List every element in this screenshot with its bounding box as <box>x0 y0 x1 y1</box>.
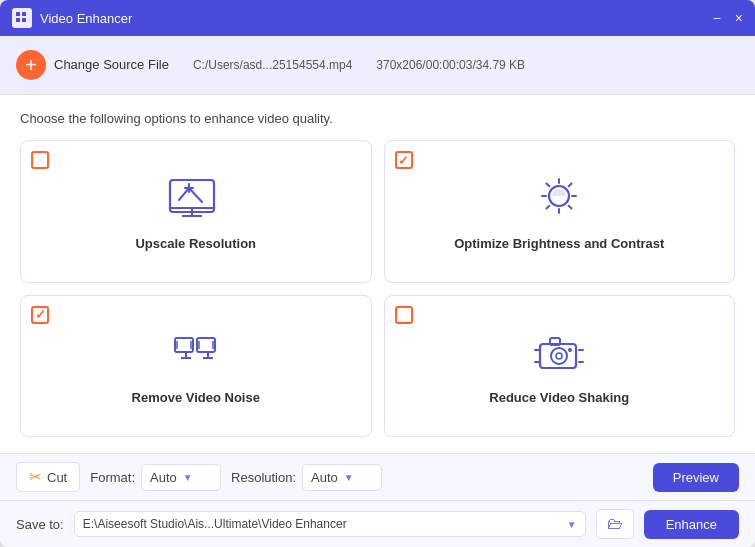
checkbox-shaking[interactable] <box>395 306 415 326</box>
options-grid: Upscale Resolution ✓ <box>20 140 735 437</box>
enhance-button[interactable]: Enhance <box>644 510 739 539</box>
format-dropdown[interactable]: Auto ▼ <box>141 464 221 491</box>
svg-line-18 <box>569 205 572 208</box>
save-path-dropdown[interactable]: E:\Aiseesoft Studio\Ais...Ultimate\Video… <box>74 511 586 537</box>
close-button[interactable]: × <box>735 11 743 25</box>
noise-label: Remove Video Noise <box>132 390 260 405</box>
option-noise[interactable]: ✓ <box>20 295 372 438</box>
svg-line-20 <box>547 205 550 208</box>
upscale-label: Upscale Resolution <box>135 236 256 251</box>
format-label: Format: <box>90 470 135 485</box>
cut-label: Cut <box>47 470 67 485</box>
checkbox-noise[interactable]: ✓ <box>31 306 51 326</box>
format-group: Format: Auto ▼ <box>90 464 221 491</box>
resolution-value: Auto <box>311 470 338 485</box>
svg-point-33 <box>551 348 567 364</box>
option-upscale[interactable]: Upscale Resolution <box>20 140 372 283</box>
noise-icon <box>167 328 225 380</box>
preview-button[interactable]: Preview <box>653 463 739 492</box>
checkbox-checked-brightness: ✓ <box>395 151 413 169</box>
shaking-icon <box>530 328 588 380</box>
titlebar-controls: − × <box>713 11 743 25</box>
svg-rect-2 <box>16 18 20 22</box>
open-folder-button[interactable]: 🗁 <box>596 509 634 539</box>
checkbox-checked-noise: ✓ <box>31 306 49 324</box>
svg-line-19 <box>569 183 572 186</box>
svg-rect-3 <box>22 18 26 22</box>
scissors-icon: ✂ <box>29 468 42 486</box>
option-brightness[interactable]: ✓ Optimize Br <box>384 140 736 283</box>
minimize-button[interactable]: − <box>713 11 721 25</box>
svg-rect-0 <box>16 12 20 16</box>
checkbox-unchecked-upscale <box>31 151 49 169</box>
titlebar-left: Video Enhancer <box>12 8 132 28</box>
main-content: Choose the following options to enhance … <box>0 95 755 453</box>
brightness-label: Optimize Brightness and Contrast <box>454 236 664 251</box>
resolution-group: Resolution: Auto ▼ <box>231 464 382 491</box>
format-dropdown-arrow: ▼ <box>183 472 193 483</box>
change-source-button[interactable]: + Change Source File <box>16 46 169 84</box>
app-title: Video Enhancer <box>40 11 132 26</box>
titlebar: Video Enhancer − × <box>0 0 755 36</box>
svg-line-17 <box>547 183 550 186</box>
upscale-icon <box>167 174 225 226</box>
checkbox-brightness[interactable]: ✓ <box>395 151 415 171</box>
checkbox-upscale[interactable] <box>31 151 51 171</box>
resolution-dropdown[interactable]: Auto ▼ <box>302 464 382 491</box>
plus-icon: + <box>16 50 46 80</box>
resolution-dropdown-arrow: ▼ <box>344 472 354 483</box>
save-to-label: Save to: <box>16 517 64 532</box>
app-icon <box>12 8 32 28</box>
toolbar: + Change Source File C:/Users/asd...2515… <box>0 36 755 95</box>
folder-icon: 🗁 <box>607 515 623 532</box>
app-window: Video Enhancer − × + Change Source File … <box>0 0 755 547</box>
format-value: Auto <box>150 470 177 485</box>
save-path-arrow: ▼ <box>567 519 577 530</box>
file-meta: 370x206/00:00:03/34.79 KB <box>376 58 525 72</box>
save-path-text: E:\Aiseesoft Studio\Ais...Ultimate\Video… <box>83 517 563 531</box>
controls-bar: ✂ Cut Format: Auto ▼ Resolution: Auto ▼ … <box>0 453 755 500</box>
option-shaking[interactable]: Reduce Video Shaking <box>384 295 736 438</box>
svg-point-36 <box>568 348 572 352</box>
brightness-icon <box>530 174 588 226</box>
svg-line-9 <box>189 188 202 202</box>
svg-line-8 <box>179 188 189 200</box>
file-path: C:/Users/asd...25154554.mp4 <box>193 58 352 72</box>
svg-point-34 <box>556 353 562 359</box>
resolution-label: Resolution: <box>231 470 296 485</box>
shaking-label: Reduce Video Shaking <box>489 390 629 405</box>
svg-rect-1 <box>22 12 26 16</box>
checkbox-unchecked-shaking <box>395 306 413 324</box>
instruction-text: Choose the following options to enhance … <box>20 111 735 126</box>
save-bar: Save to: E:\Aiseesoft Studio\Ais...Ultim… <box>0 500 755 547</box>
change-source-label: Change Source File <box>54 57 169 74</box>
cut-button[interactable]: ✂ Cut <box>16 462 80 492</box>
